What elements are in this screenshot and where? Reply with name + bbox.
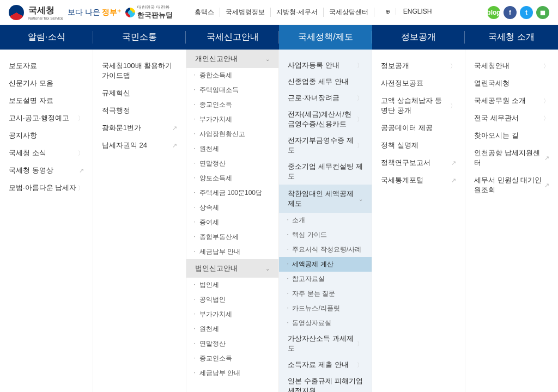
section-header[interactable]: 개인신고안내⌄ bbox=[186, 50, 279, 68]
col-news: 보도자료신문기사 모음보도설명 자료고시·공고·행정예고〉공지사항국세청 소식〉… bbox=[0, 50, 93, 392]
submenu-item[interactable]: 주요서식 작성요령/사례 bbox=[279, 242, 372, 257]
submenu-item[interactable]: 증여세 bbox=[186, 215, 279, 230]
logo-group: 국세청 National Tax Service 보다 나은 정부⁺ 대한민국 … bbox=[9, 4, 173, 20]
menu-item[interactable]: 신문기사 모음 bbox=[0, 75, 93, 92]
menu-item[interactable]: 공공데이터 제공 bbox=[372, 119, 465, 137]
submenu-item[interactable]: 카드뉴스/리플릿 bbox=[279, 301, 372, 316]
menu-item[interactable]: 국세공무원 소개〉 bbox=[465, 92, 558, 109]
menu-item[interactable]: 전자기부금영수증 제도〉 bbox=[279, 132, 372, 158]
menu-item[interactable]: 국세통계포털↗ bbox=[372, 171, 465, 189]
submenu-item[interactable]: 주택임대소득 bbox=[186, 83, 279, 97]
external-link-icon: ↗ bbox=[172, 125, 177, 132]
menu-item[interactable]: 근로·자녀장려금〉 bbox=[279, 90, 372, 106]
submenu-item[interactable]: 원천세 bbox=[186, 142, 279, 156]
chevron-right-icon: 〉 bbox=[78, 114, 84, 122]
menu-item[interactable]: 보도설명 자료 bbox=[0, 92, 93, 109]
chevron-right-icon: 〉 bbox=[357, 142, 363, 150]
menu-item[interactable]: 국세청 소식〉 bbox=[0, 144, 93, 162]
newdeal-icon bbox=[125, 8, 135, 17]
menu-item[interactable]: 국세청안내〉 bbox=[465, 57, 558, 75]
submenu-item[interactable]: 종교인소득 bbox=[186, 351, 279, 366]
submenu-item[interactable]: 사업장현황신고 bbox=[186, 127, 279, 142]
menu-item[interactable]: 공지사항 bbox=[0, 127, 93, 144]
submenu-item[interactable]: 연말정산 bbox=[186, 156, 279, 171]
col-open: 정보공개〉사전정보공표고액 상습체납자 등 명단 공개〉공공데이터 제공정책 실… bbox=[372, 50, 465, 392]
nav-news[interactable]: 알림·소식 bbox=[0, 25, 93, 50]
submenu-item[interactable]: 양도소득세 bbox=[186, 171, 279, 186]
menu-item[interactable]: 일본 수출규제 피해기업 세정지원 bbox=[279, 373, 372, 392]
submenu-item[interactable]: 법인세 bbox=[186, 278, 279, 292]
section-header[interactable]: 법인신고안내⌄ bbox=[186, 259, 279, 278]
naver-icon[interactable]: ◼ bbox=[536, 6, 549, 19]
external-link-icon: ↗ bbox=[79, 167, 84, 174]
blog-icon[interactable]: blog bbox=[487, 6, 500, 19]
submenu-item[interactable]: 세금납부 안내 bbox=[186, 366, 279, 381]
top-link-office[interactable]: 지방청·세무서 bbox=[271, 8, 323, 17]
nav-comm[interactable]: 국민소통 bbox=[93, 25, 186, 50]
menu-item[interactable]: 국세청100배 활용하기 가이드맵 bbox=[93, 57, 186, 84]
menu-item[interactable]: 납세자권익 24↗ bbox=[93, 137, 186, 154]
menu-item[interactable]: 광화문1번가↗ bbox=[93, 119, 186, 137]
menu-item[interactable]: 전국 세무관서〉 bbox=[465, 109, 558, 127]
submenu-item[interactable]: 종합소득세 bbox=[186, 68, 279, 83]
chevron-right-icon: 〉 bbox=[543, 97, 549, 105]
submenu-item[interactable]: 세액공제 계산 bbox=[279, 257, 372, 272]
chevron-right-icon: 〉 bbox=[543, 62, 549, 70]
top-link-lawinfo[interactable]: 국세법령정보 bbox=[220, 8, 271, 17]
menu-item[interactable]: 정보공개〉 bbox=[372, 57, 465, 75]
menu-item[interactable]: 소득자료 제출 안내〉 bbox=[279, 357, 372, 373]
submenu-item[interactable]: 종교인소득 bbox=[186, 97, 279, 112]
menu-item[interactable]: 정책연구보고서↗ bbox=[372, 154, 465, 171]
gov-logo[interactable]: 보다 나은 정부⁺ bbox=[68, 8, 122, 17]
top-link-callcenter[interactable]: 국세상담센터 bbox=[324, 8, 374, 17]
nts-logo-text[interactable]: 국세청 National Tax Service bbox=[28, 5, 63, 20]
submenu-item[interactable]: 부가가치세 bbox=[186, 307, 279, 322]
menu-item[interactable]: 규제혁신 bbox=[93, 84, 186, 102]
chevron-right-icon: 〉 bbox=[357, 62, 363, 70]
menu-item[interactable]: 인천공항 납세지원센터↗ bbox=[465, 144, 558, 171]
twitter-icon[interactable]: t bbox=[520, 6, 533, 19]
menu-item[interactable]: 전자(세금)계산서/현금영수증/신용카드〉 bbox=[279, 106, 372, 132]
menu-item[interactable]: 찾아오시는 길 bbox=[465, 127, 558, 144]
submenu-item[interactable]: 소개 bbox=[279, 213, 372, 228]
submenu-item[interactable]: 연말정산 bbox=[186, 336, 279, 351]
menu-item[interactable]: 중소기업 세무컨설팅 제도 bbox=[279, 158, 372, 185]
menu-item[interactable]: 사업자등록 안내〉 bbox=[279, 57, 372, 74]
submenu-item[interactable]: 부가가치세 bbox=[186, 112, 279, 127]
submenu-item[interactable]: 세금납부 안내 bbox=[186, 244, 279, 259]
submenu-item[interactable]: 종합부동산세 bbox=[186, 230, 279, 244]
nav-open[interactable]: 정보공개 bbox=[372, 25, 465, 50]
nav-about[interactable]: 국세청 소개 bbox=[465, 25, 558, 50]
menu-item[interactable]: 적극행정 bbox=[93, 102, 186, 119]
section-header[interactable]: 착한임대인 세액공제 제도⌄ bbox=[279, 185, 372, 213]
submenu-item[interactable]: 자주 묻는 질문 bbox=[279, 286, 372, 301]
menu-item[interactable]: 정책 실명제 bbox=[372, 137, 465, 154]
menu-item[interactable]: 보도자료 bbox=[0, 57, 93, 75]
nav-report[interactable]: 국세신고안내 bbox=[186, 25, 279, 50]
chevron-right-icon: 〉 bbox=[450, 102, 456, 110]
submenu-item[interactable]: 핵심 가이드 bbox=[279, 228, 372, 242]
menu-item[interactable]: 사전정보공표 bbox=[372, 75, 465, 92]
chevron-right-icon: 〉 bbox=[450, 62, 456, 70]
external-link-icon: ↗ bbox=[544, 182, 549, 189]
submenu-item[interactable]: 주택세금 100문100답 bbox=[186, 186, 279, 200]
submenu-item[interactable]: 동영상자료실 bbox=[279, 316, 372, 330]
submenu-item[interactable]: 참고자료실 bbox=[279, 272, 372, 286]
newdeal-logo[interactable]: 대한민국 대전환 한국판뉴딜 bbox=[125, 4, 173, 20]
facebook-icon[interactable]: f bbox=[504, 6, 517, 19]
menu-item[interactable]: 고액 상습체납자 등 명단 공개〉 bbox=[372, 92, 465, 119]
menu-item[interactable]: 모범·아름다운 납세자〉 bbox=[0, 179, 93, 197]
menu-item[interactable]: 열린국세청 bbox=[465, 75, 558, 92]
menu-item[interactable]: 세무서 민원실 대기인원조회↗ bbox=[465, 171, 558, 199]
menu-item[interactable]: 국세청 동영상↗ bbox=[0, 162, 93, 179]
top-link-hometax[interactable]: 홈택스 bbox=[189, 8, 220, 17]
chevron-right-icon: 〉 bbox=[78, 184, 84, 192]
top-link-english[interactable]: ⊕ENGLISH bbox=[374, 8, 443, 17]
submenu-item[interactable]: 공익법인 bbox=[186, 292, 279, 307]
submenu-item[interactable]: 상속세 bbox=[186, 200, 279, 215]
nav-policy[interactable]: 국세정책/제도 bbox=[279, 25, 372, 50]
menu-item[interactable]: 가상자산소득 과세제도〉 bbox=[279, 330, 372, 357]
menu-item[interactable]: 고시·공고·행정예고〉 bbox=[0, 109, 93, 127]
menu-item[interactable]: 신종업종 세무 안내 bbox=[279, 74, 372, 90]
submenu-item[interactable]: 원천세 bbox=[186, 322, 279, 336]
